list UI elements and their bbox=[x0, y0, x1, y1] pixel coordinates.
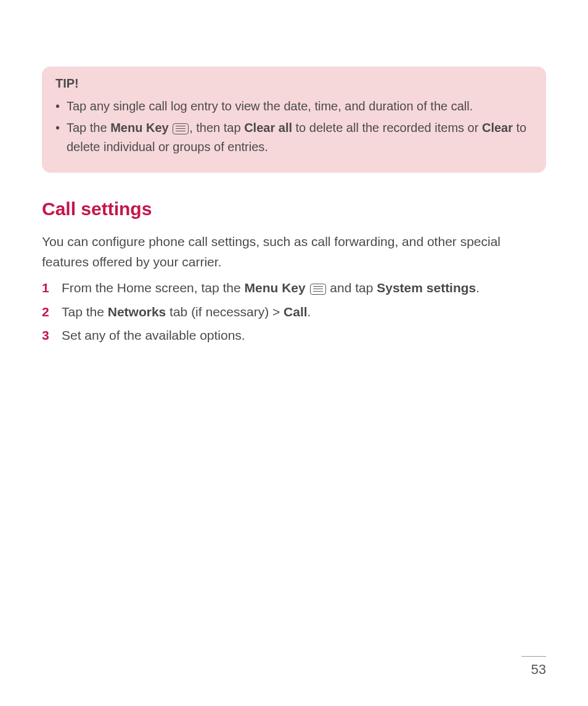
step-text-part: . bbox=[308, 305, 311, 319]
networks-label: Networks bbox=[108, 305, 166, 319]
clear-all-label: Clear all bbox=[244, 121, 292, 134]
step-list: From the Home screen, tap the Menu Key a… bbox=[42, 278, 546, 346]
step-text-part: . bbox=[476, 281, 480, 295]
step-text-part: and tap bbox=[327, 281, 377, 295]
system-settings-label: System settings bbox=[377, 281, 476, 295]
intro-paragraph: You can configure phone call settings, s… bbox=[42, 232, 546, 272]
tip-text-part: Tap the bbox=[67, 121, 110, 134]
step-text: Set any of the available options. bbox=[62, 328, 245, 342]
tip-heading: TIP! bbox=[55, 76, 533, 91]
tip-text-part: to delete all the recorded items or bbox=[292, 121, 482, 134]
tip-text: Tap any single call log entry to view th… bbox=[67, 99, 473, 113]
step-text-part: tab (if necessary) > bbox=[166, 305, 284, 319]
step-item: Tap the Networks tab (if necessary) > Ca… bbox=[42, 302, 546, 322]
step-text-part: From the Home screen, tap the bbox=[62, 281, 244, 295]
clear-label: Clear bbox=[482, 121, 513, 134]
tip-list: Tap any single call log entry to view th… bbox=[55, 97, 533, 157]
tip-item: Tap any single call log entry to view th… bbox=[55, 97, 533, 116]
section-heading: Call settings bbox=[42, 199, 546, 220]
tip-item: Tap the Menu Key , then tap Clear all to… bbox=[55, 118, 533, 157]
tip-text-part: , then tap bbox=[189, 121, 244, 134]
menu-icon bbox=[173, 123, 189, 134]
tip-box: TIP! Tap any single call log entry to vi… bbox=[42, 67, 546, 173]
call-label: Call bbox=[284, 305, 308, 319]
document-page: TIP! Tap any single call log entry to vi… bbox=[0, 0, 588, 346]
step-item: From the Home screen, tap the Menu Key a… bbox=[42, 278, 546, 298]
step-text-part: Tap the bbox=[62, 305, 108, 319]
page-number: 53 bbox=[521, 656, 546, 678]
menu-key-label: Menu Key bbox=[244, 281, 305, 295]
menu-key-label: Menu Key bbox=[110, 121, 168, 134]
step-item: Set any of the available options. bbox=[42, 326, 546, 346]
menu-icon bbox=[310, 284, 326, 295]
